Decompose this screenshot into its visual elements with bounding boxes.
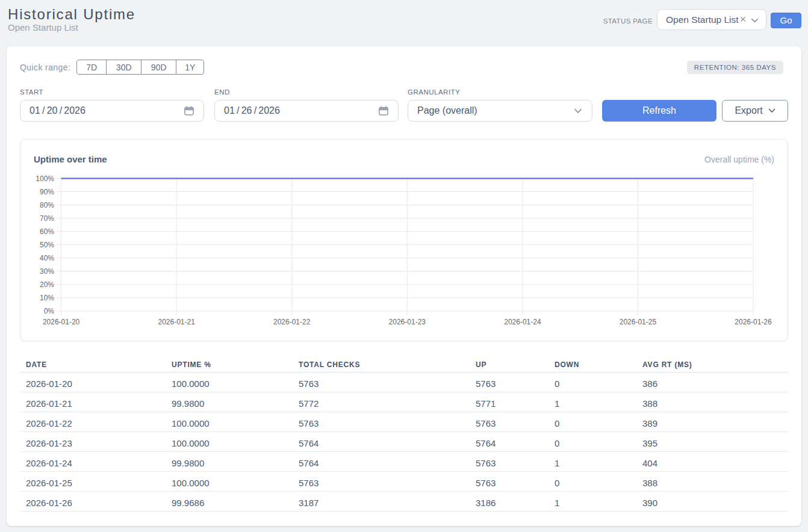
svg-text:2026-01-26: 2026-01-26: [735, 318, 772, 326]
svg-text:30%: 30%: [40, 267, 54, 276]
svg-text:10%: 10%: [40, 294, 54, 302]
svg-text:0%: 0%: [44, 307, 55, 315]
svg-text:2026-01-24: 2026-01-24: [504, 318, 541, 326]
svg-text:70%: 70%: [40, 214, 54, 223]
svg-text:40%: 40%: [40, 254, 54, 262]
svg-text:100%: 100%: [36, 175, 54, 183]
svg-text:50%: 50%: [40, 241, 54, 249]
svg-text:20%: 20%: [40, 280, 54, 289]
svg-text:80%: 80%: [40, 201, 54, 209]
svg-text:60%: 60%: [40, 227, 54, 236]
svg-text:2026-01-25: 2026-01-25: [620, 318, 657, 326]
svg-text:2026-01-21: 2026-01-21: [158, 318, 196, 326]
svg-text:90%: 90%: [40, 188, 54, 196]
svg-text:2026-01-23: 2026-01-23: [389, 318, 426, 326]
svg-text:2026-01-20: 2026-01-20: [43, 318, 80, 326]
svg-text:2026-01-22: 2026-01-22: [273, 318, 311, 326]
